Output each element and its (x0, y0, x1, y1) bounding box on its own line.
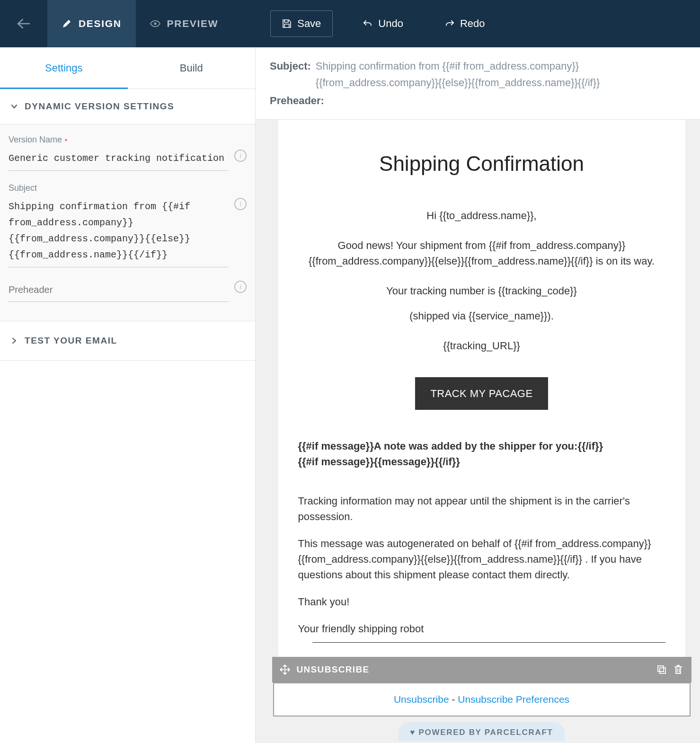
pencil-icon (62, 18, 72, 29)
email-canvas[interactable]: Shipping Confirmation Hi {{to_address.na… (278, 120, 685, 657)
content: Subject: Shipping confirmation from {{#i… (256, 47, 700, 743)
section-test-header[interactable]: TEST YOUR EMAIL (0, 321, 255, 361)
trash-icon[interactable] (673, 664, 684, 675)
unsubscribe-link[interactable]: Unsubscribe (394, 694, 449, 705)
undo-icon (363, 19, 372, 28)
chevron-down-icon (10, 103, 18, 110)
arrow-left-icon (17, 18, 30, 29)
version-name-input[interactable] (9, 149, 229, 171)
svg-rect-2 (660, 668, 665, 673)
preheader-input[interactable] (9, 280, 229, 302)
svg-rect-1 (658, 666, 664, 672)
email-autogen: This message was autogenerated on behalf… (298, 536, 665, 583)
section-test-label: TEST YOUR EMAIL (25, 336, 117, 346)
topbar: DESIGN PREVIEW Save Undo Redo (0, 0, 700, 47)
powered-wrap: ♥ POWERED BY PARCELCRAFT (278, 722, 685, 741)
side-tabs: Settings Build (0, 47, 255, 89)
track-button[interactable]: TRACK MY PACAGE (415, 377, 548, 410)
side-tab-settings[interactable]: Settings (0, 47, 128, 88)
save-icon (282, 19, 292, 28)
email-body1: Good news! Your shipment from {{#if from… (298, 238, 665, 269)
redo-button[interactable]: Redo (434, 10, 496, 37)
email-tracking-url: {{tracking_URL}} (298, 338, 665, 354)
tab-preview-label: PREVIEW (167, 18, 219, 29)
side-tab-settings-label: Settings (45, 62, 83, 74)
email-signoff: Your friendly shipping robot (298, 621, 665, 637)
unsubscribe-preferences-link[interactable]: Unsubscribe Preferences (458, 694, 569, 705)
canvas-wrap: Shipping Confirmation Hi {{to_address.na… (256, 120, 700, 743)
redo-icon (445, 19, 454, 28)
info-icon[interactable]: i (234, 198, 247, 210)
divider (312, 642, 665, 643)
chevron-right-icon (10, 337, 18, 345)
side-tab-build-label: Build (180, 62, 203, 74)
email-title: Shipping Confirmation (298, 148, 665, 179)
section-dynamic-header[interactable]: DYNAMIC VERSION SETTINGS (0, 89, 255, 124)
info-icon[interactable]: i (234, 281, 247, 293)
email-shipped-via: (shipped via {{service_name}}). (298, 308, 665, 324)
version-name-label: Version Name • (9, 135, 247, 145)
email-greeting: Hi {{to_address.name}}, (298, 208, 665, 223)
email-thanks: Thank you! (298, 594, 665, 610)
email-note-header: {{#if message}}A note was added by the s… (298, 438, 665, 454)
undo-button[interactable]: Undo (352, 10, 415, 37)
save-label: Save (297, 18, 321, 30)
info-icon[interactable]: i (234, 150, 247, 162)
tab-preview[interactable]: PREVIEW (136, 0, 233, 47)
form-area: Version Name • i Subject i i (0, 124, 255, 321)
powered-pill[interactable]: ♥ POWERED BY PARCELCRAFT (399, 722, 564, 741)
preview-meta: Subject: Shipping confirmation from {{#i… (256, 47, 700, 120)
side-tab-build[interactable]: Build (128, 47, 256, 88)
tab-design[interactable]: DESIGN (47, 0, 136, 47)
email-disclaimer: Tracking information may not appear unti… (298, 493, 665, 524)
meta-preheader-label: Preheader: (270, 95, 324, 107)
block-toolbar: UNSUBSCRIBE (272, 657, 691, 682)
redo-label: Redo (460, 18, 485, 30)
email-note-body: {{#if message}}{{message}}{{/if}} (298, 454, 665, 469)
save-button[interactable]: Save (270, 10, 333, 37)
meta-subject-value: Shipping confirmation from {{#if from_ad… (316, 58, 686, 91)
section-dynamic-label: DYNAMIC VERSION SETTINGS (25, 101, 174, 112)
meta-subject-label: Subject: (270, 60, 311, 72)
undo-label: Undo (378, 18, 403, 30)
back-button[interactable] (0, 0, 47, 47)
email-tracking-line: Your tracking number is {{tracking_code}… (298, 283, 665, 299)
sidebar: Settings Build DYNAMIC VERSION SETTINGS … (0, 47, 256, 743)
unsubscribe-box[interactable]: Unsubscribe - Unsubscribe Preferences (273, 682, 691, 716)
block-label: UNSUBSCRIBE (297, 664, 370, 675)
subject-input[interactable] (9, 197, 229, 267)
main: Settings Build DYNAMIC VERSION SETTINGS … (0, 47, 700, 743)
eye-icon (150, 18, 160, 29)
tab-design-label: DESIGN (79, 18, 122, 29)
duplicate-icon[interactable] (656, 664, 667, 675)
subject-label: Subject (9, 183, 247, 193)
svg-point-0 (154, 22, 157, 25)
required-indicator: • (65, 136, 67, 144)
dash: - (449, 694, 458, 705)
move-icon[interactable] (280, 664, 290, 675)
